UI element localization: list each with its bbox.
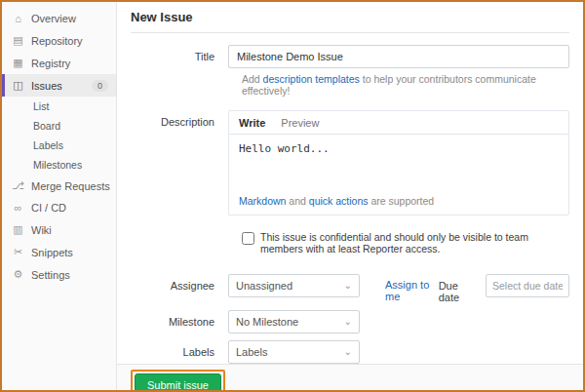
labels-label: Labels <box>131 340 228 358</box>
sidebar-item-issues-list[interactable]: List <box>2 97 116 116</box>
due-date-input[interactable] <box>486 274 569 297</box>
assignee-label: Assignee <box>131 274 228 292</box>
sidebar-item-label: Wiki <box>31 224 52 236</box>
milestone-value: No Milestone <box>236 316 298 328</box>
title-label: Title <box>131 45 228 62</box>
milestone-label: Milestone <box>131 310 228 328</box>
assign-to-me-link[interactable]: Assign to me <box>385 279 439 302</box>
pipeline-icon: ∞ <box>12 202 24 214</box>
sidebar-item-issues-board[interactable]: Board <box>2 116 116 136</box>
chevron-down-icon: ⌄ <box>344 347 352 357</box>
markdown-helper-text: Markdown and quick actions are supported <box>229 191 568 215</box>
helper-prefix: Add <box>242 73 263 85</box>
assignee-select[interactable]: Unassigned ⌄ <box>228 274 360 297</box>
sidebar-item-snippets[interactable]: ✂ Snippets <box>2 241 116 263</box>
divider <box>131 32 569 33</box>
sidebar-item-settings[interactable]: ⚙ Settings <box>2 263 116 286</box>
assignee-value: Unassigned <box>236 280 292 292</box>
sidebar-item-label: CI / CD <box>31 202 66 214</box>
title-helper-text: Add description templates to help your c… <box>242 73 569 97</box>
labels-select[interactable]: Labels ⌄ <box>228 340 360 364</box>
sidebar-item-ci-cd[interactable]: ∞ CI / CD <box>2 197 116 218</box>
issues-count-badge: 0 <box>92 80 108 92</box>
sidebar-item-wiki[interactable]: ▥ Wiki <box>2 218 116 241</box>
sidebar-item-label: Snippets <box>31 247 73 258</box>
quick-actions-link[interactable]: quick actions <box>309 195 369 207</box>
description-textarea[interactable]: Hello world... <box>229 135 568 191</box>
sidebar-item-label: Merge Requests <box>31 180 110 192</box>
merge-request-icon: ⎇ <box>12 179 24 192</box>
description-label: Description <box>131 110 228 128</box>
sidebar-item-registry[interactable]: ▦ Registry <box>2 52 116 74</box>
sidebar-item-overview[interactable]: ⌂ Overview <box>2 8 116 29</box>
registry-icon: ▦ <box>12 57 24 69</box>
home-icon: ⌂ <box>12 13 24 24</box>
issues-icon: ◫ <box>12 79 24 92</box>
sidebar-item-label: Overview <box>31 13 76 24</box>
confidential-label: This issue is confidential and should on… <box>260 231 569 255</box>
gear-icon: ⚙ <box>12 268 24 281</box>
submit-issue-button[interactable]: Submit issue <box>135 373 221 392</box>
sidebar-item-issues-milestones[interactable]: Milestones <box>2 155 116 175</box>
sidebar-item-issues-labels[interactable]: Labels <box>2 136 116 155</box>
description-editor: Write Preview Hello world... Markdown an… <box>228 110 569 216</box>
chevron-down-icon: ⌄ <box>344 281 352 291</box>
wiki-icon: ▥ <box>12 223 24 236</box>
sidebar-item-label: Issues <box>31 80 62 92</box>
sidebar-item-issues[interactable]: ◫ Issues 0 <box>2 74 116 97</box>
chevron-down-icon: ⌄ <box>344 317 352 327</box>
tab-preview[interactable]: Preview <box>281 117 319 129</box>
project-sidebar: ⌂ Overview ▤ Repository ▦ Registry ◫ Iss… <box>2 2 117 390</box>
milestone-select[interactable]: No Milestone ⌄ <box>228 310 360 333</box>
sidebar-item-label: Repository <box>31 35 83 47</box>
md-suffix: are supported <box>369 195 435 207</box>
main-content: New Issue Title Add description template… <box>117 2 583 390</box>
sidebar-item-merge-requests[interactable]: ⎇ Merge Requests 0 <box>2 175 116 197</box>
title-input[interactable] <box>228 45 569 68</box>
sidebar-item-label: Settings <box>31 269 70 281</box>
sidebar-item-repository[interactable]: ▤ Repository <box>2 29 116 52</box>
markdown-link[interactable]: Markdown <box>239 195 286 207</box>
form-footer: Submit issue <box>117 364 583 392</box>
labels-value: Labels <box>236 346 267 358</box>
confidential-checkbox[interactable] <box>242 232 254 245</box>
confidential-row: This issue is confidential and should on… <box>242 231 569 255</box>
md-mid: and <box>286 195 308 207</box>
due-date-label: Due date <box>439 274 476 303</box>
tab-write[interactable]: Write <box>239 117 265 129</box>
annotation-highlight-box: Submit issue <box>131 370 225 392</box>
description-templates-link[interactable]: description templates <box>263 73 360 85</box>
page-title: New Issue <box>131 10 569 24</box>
snippets-icon: ✂ <box>12 246 24 258</box>
sidebar-item-label: Registry <box>31 58 70 69</box>
repository-icon: ▤ <box>12 34 24 47</box>
editor-tabs: Write Preview <box>229 111 568 135</box>
